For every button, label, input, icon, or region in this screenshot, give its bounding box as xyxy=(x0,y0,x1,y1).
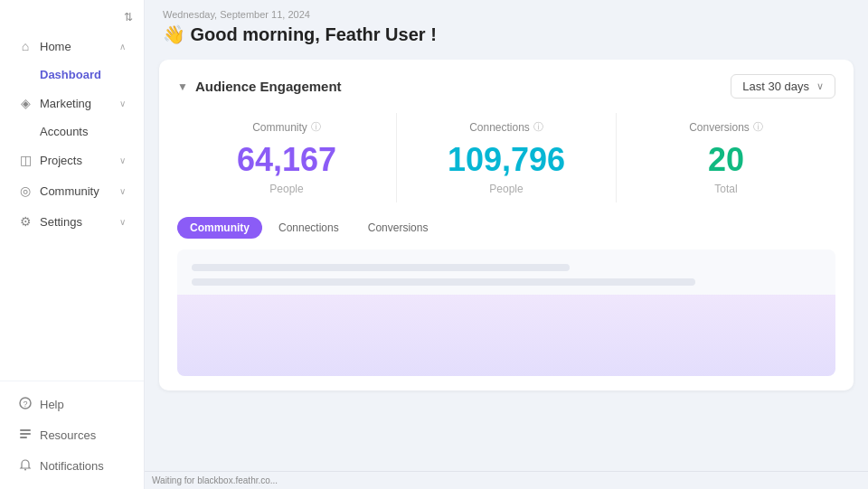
sidebar-item-dashboard[interactable]: Dashboard xyxy=(5,62,138,87)
tab-conversions[interactable]: Conversions xyxy=(355,217,441,239)
svg-point-5 xyxy=(24,469,26,471)
status-bar: Waiting for blackbox.feathr.co... xyxy=(145,471,868,489)
period-label: Last 30 days xyxy=(742,80,809,93)
sidebar-item-home[interactable]: ⌂ Home ∧ xyxy=(5,32,138,61)
main-content: Wednesday, September 11, 2024 👋 Good mor… xyxy=(145,0,868,489)
card-header: ▼ Audience Engagement Last 30 days ∨ xyxy=(177,74,835,99)
sidebar-bottom: ? Help Resources Notificati xyxy=(0,381,144,482)
card-title: Audience Engagement xyxy=(195,79,342,94)
main-content-area: ▼ Audience Engagement Last 30 days ∨ Com… xyxy=(145,60,868,471)
notifications-icon xyxy=(18,458,33,474)
sidebar-notifications-label: Notifications xyxy=(40,459,104,473)
sidebar-item-label: Marketing xyxy=(40,97,112,110)
sidebar-item-label: Community xyxy=(40,184,112,198)
metric-community: Community ⓘ 64,167 People xyxy=(177,113,397,202)
greeting-text: 👋 Good morning, Feathr User ! xyxy=(163,24,850,45)
sidebar: ⇅ ⌂ Home ∧ Dashboard ◈ Marketing ∨ Accou… xyxy=(0,0,145,489)
top-bar: Wednesday, September 11, 2024 👋 Good mor… xyxy=(145,0,868,60)
projects-icon: ◫ xyxy=(18,153,33,167)
chevron-icon: ∧ xyxy=(119,42,126,52)
metric-connections-label: Connections ⓘ xyxy=(408,120,605,134)
date-display: Wednesday, September 11, 2024 xyxy=(163,9,850,20)
sidebar-help-label: Help xyxy=(40,398,64,411)
community-icon: ◎ xyxy=(18,183,33,198)
sidebar-item-label: Home xyxy=(40,40,112,53)
svg-rect-4 xyxy=(20,437,27,438)
chevron-icon: ∨ xyxy=(119,99,126,108)
marketing-icon: ◈ xyxy=(18,96,33,110)
sidebar-item-community[interactable]: ◎ Community ∨ xyxy=(5,176,138,205)
chevron-icon: ∨ xyxy=(119,186,126,196)
status-text: Waiting for blackbox.feathr.co... xyxy=(152,475,278,485)
sidebar-item-notifications[interactable]: Notifications xyxy=(5,451,138,481)
info-icon[interactable]: ⓘ xyxy=(533,120,543,134)
sidebar-item-settings[interactable]: ⚙ Settings ∨ xyxy=(5,207,138,236)
sidebar-item-accounts[interactable]: Accounts xyxy=(5,119,138,144)
info-icon[interactable]: ⓘ xyxy=(753,120,763,134)
sidebar-accounts-label: Accounts xyxy=(40,125,88,138)
tab-community[interactable]: Community xyxy=(177,217,262,239)
sidebar-item-marketing[interactable]: ◈ Marketing ∨ xyxy=(5,89,138,118)
metric-community-value: 64,167 xyxy=(188,141,385,179)
metric-conversions-label: Conversions ⓘ xyxy=(627,120,825,134)
metric-connections: Connections ⓘ 109,796 People xyxy=(397,113,617,202)
metric-community-label: Community ⓘ xyxy=(188,120,385,134)
svg-rect-3 xyxy=(20,433,31,435)
metric-community-sub: People xyxy=(188,183,385,195)
sidebar-resources-label: Resources xyxy=(40,428,96,442)
metric-conversions: Conversions ⓘ 20 Total xyxy=(617,113,835,202)
chart-tabs: Community Connections Conversions xyxy=(177,217,835,239)
chart-area xyxy=(177,249,835,376)
metrics-row: Community ⓘ 64,167 People Connections ⓘ … xyxy=(177,113,835,202)
loading-line xyxy=(192,264,570,271)
sidebar-item-help[interactable]: ? Help xyxy=(5,390,138,419)
metric-conversions-value: 20 xyxy=(627,141,825,179)
chevron-icon: ∨ xyxy=(119,217,126,227)
home-icon: ⌂ xyxy=(18,39,33,53)
settings-icon: ⚙ xyxy=(18,214,33,229)
chevron-icon: ∨ xyxy=(119,155,126,165)
collapse-icon[interactable]: ▼ xyxy=(177,80,188,93)
svg-text:?: ? xyxy=(23,400,27,409)
sidebar-item-projects[interactable]: ◫ Projects ∨ xyxy=(5,146,138,174)
metric-connections-sub: People xyxy=(408,183,605,195)
audience-engagement-card: ▼ Audience Engagement Last 30 days ∨ Com… xyxy=(159,60,854,390)
metric-conversions-sub: Total xyxy=(627,183,825,195)
sidebar-item-resources[interactable]: Resources xyxy=(5,420,138,450)
sidebar-item-label: Settings xyxy=(40,215,112,229)
sidebar-collapse-icon[interactable]: ⇅ xyxy=(124,11,133,24)
chart-visualization xyxy=(177,295,835,376)
help-icon: ? xyxy=(18,397,33,412)
sidebar-top: ⇅ xyxy=(0,7,144,31)
sidebar-item-label: Projects xyxy=(40,154,112,167)
period-chevron-icon: ∨ xyxy=(816,80,824,92)
sidebar-dashboard-label: Dashboard xyxy=(40,68,101,81)
tab-connections[interactable]: Connections xyxy=(266,217,352,239)
resources-icon xyxy=(18,428,33,443)
card-title-row: ▼ Audience Engagement xyxy=(177,79,342,94)
info-icon[interactable]: ⓘ xyxy=(311,120,321,134)
metric-connections-value: 109,796 xyxy=(408,141,605,179)
period-selector[interactable]: Last 30 days ∨ xyxy=(731,74,835,99)
svg-rect-2 xyxy=(20,429,31,431)
loading-line xyxy=(192,278,695,286)
